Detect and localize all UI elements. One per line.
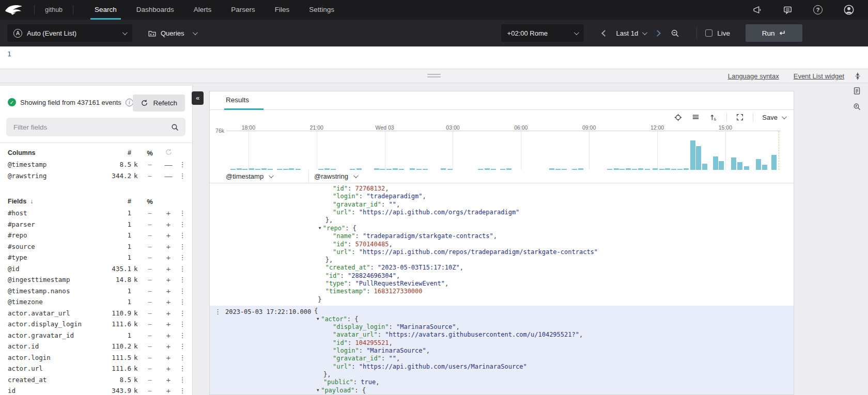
announcements-icon[interactable] xyxy=(752,5,762,15)
collapse-triangle-icon[interactable]: ▼ xyxy=(317,315,321,323)
add-field-button[interactable]: + xyxy=(159,209,178,217)
collapse-sidebar-button[interactable]: « xyxy=(192,91,204,105)
add-field-button[interactable]: + xyxy=(159,320,178,328)
field-menu-icon[interactable]: ⋮ xyxy=(178,254,187,261)
add-field-button[interactable]: + xyxy=(159,375,178,384)
field-row[interactable]: #type1–+⋮ xyxy=(0,252,192,263)
nav-item-settings[interactable]: Settings xyxy=(309,0,334,20)
workspace-selector[interactable]: github xyxy=(40,6,68,13)
sort-order-icon[interactable] xyxy=(709,113,718,122)
collapse-triangle-icon[interactable]: ▼ xyxy=(319,224,323,232)
field-menu-icon[interactable]: ⋮ xyxy=(178,265,187,273)
field-row[interactable]: #host1–+⋮ xyxy=(0,208,192,219)
time-prev-button[interactable] xyxy=(601,30,608,37)
field-menu-icon[interactable]: ⋮ xyxy=(178,220,187,228)
field-menu-icon[interactable]: ⋮ xyxy=(178,209,187,217)
add-field-button[interactable]: + xyxy=(159,353,178,362)
refetch-button[interactable]: Refetch xyxy=(133,94,185,112)
language-syntax-link[interactable]: Language syntax xyxy=(728,72,779,80)
field-menu-icon[interactable]: ⋮ xyxy=(178,320,187,328)
collapse-triangle-icon[interactable]: ▼ xyxy=(317,386,321,394)
add-field-button[interactable]: + xyxy=(159,297,178,306)
event-list-widget-link[interactable]: Event List widget xyxy=(794,72,844,80)
sort-descending-icon[interactable]: ↓ xyxy=(30,198,33,205)
nav-item-search[interactable]: Search xyxy=(95,0,117,20)
event-row[interactable]: "id": 72768132,"login": "tradeparadigm",… xyxy=(210,183,794,306)
help-icon[interactable]: ? xyxy=(813,5,823,14)
field-menu-icon[interactable]: ⋮ xyxy=(178,331,187,339)
view-mode-selector[interactable]: A Auto (Event List) xyxy=(7,24,132,42)
remove-column-glyph[interactable]: — xyxy=(159,160,178,169)
histogram-plot[interactable] xyxy=(226,131,780,170)
field-row[interactable]: actor.id110.2k–+⋮ xyxy=(0,341,192,352)
event-row[interactable]: ⋮2023-05-03 17:22:10.000{▼"actor": {"dis… xyxy=(210,306,794,395)
field-row[interactable]: actor.url111.6k–+⋮ xyxy=(0,363,192,374)
run-button[interactable]: Run ↵ xyxy=(746,24,802,42)
tab-results[interactable]: Results xyxy=(226,96,249,104)
field-menu-icon[interactable]: ⋮ xyxy=(178,231,187,239)
resize-handle[interactable] xyxy=(427,74,441,79)
field-menu-icon[interactable]: ⋮ xyxy=(178,161,187,168)
add-field-button[interactable]: + xyxy=(159,287,178,295)
event-inspector-icon[interactable] xyxy=(853,102,861,111)
field-menu-icon[interactable]: ⋮ xyxy=(178,298,187,306)
fullscreen-icon[interactable] xyxy=(736,113,744,121)
field-row[interactable]: @timestamp.nanos1–+⋮ xyxy=(0,286,192,297)
field-row[interactable]: @rawstring344.2k–—⋮ xyxy=(0,170,192,182)
crowdstrike-falcon-logo[interactable] xyxy=(4,4,24,16)
add-field-button[interactable]: + xyxy=(159,253,178,262)
field-menu-icon[interactable]: ⋮ xyxy=(178,243,187,250)
field-row[interactable]: @timezone1–+⋮ xyxy=(0,296,192,308)
add-field-button[interactable]: + xyxy=(159,331,178,340)
add-field-button[interactable]: + xyxy=(159,242,178,251)
field-menu-icon[interactable]: ⋮ xyxy=(178,287,187,295)
column-header-timestamp[interactable]: @timestamp xyxy=(210,170,309,183)
live-toggle[interactable]: Live xyxy=(705,29,730,37)
add-field-button[interactable]: + xyxy=(159,220,178,229)
target-crosshair-icon[interactable] xyxy=(674,113,683,122)
nav-item-dashboards[interactable]: Dashboards xyxy=(136,0,174,20)
field-row[interactable]: created_at8.5k–+⋮ xyxy=(0,374,192,386)
nav-item-files[interactable]: Files xyxy=(275,0,290,20)
field-menu-icon[interactable]: ⋮ xyxy=(178,276,187,283)
filter-fields-input[interactable] xyxy=(12,123,171,132)
add-field-button[interactable]: + xyxy=(159,264,178,273)
live-checkbox[interactable] xyxy=(705,29,712,37)
add-field-button[interactable]: + xyxy=(159,386,178,395)
event-notes-icon[interactable] xyxy=(853,86,861,96)
timezone-selector[interactable]: +02:00 Rome xyxy=(501,24,584,42)
field-row[interactable]: actor.login111.5k–+⋮ xyxy=(0,352,192,364)
field-row[interactable]: @id435.1k–+⋮ xyxy=(0,263,192,275)
field-menu-icon[interactable]: ⋮ xyxy=(178,387,187,394)
field-menu-icon[interactable]: ⋮ xyxy=(178,172,187,180)
time-next-button[interactable] xyxy=(654,30,661,37)
nav-item-parsers[interactable]: Parsers xyxy=(231,0,255,20)
field-row[interactable]: actor.gravatar_id1–+⋮ xyxy=(0,330,192,341)
info-icon[interactable]: i xyxy=(126,99,133,106)
field-row[interactable]: actor.display_login111.6k–+⋮ xyxy=(0,319,192,330)
column-header-rawstring[interactable]: @rawstring xyxy=(309,170,357,183)
add-field-button[interactable]: + xyxy=(159,364,178,373)
feedback-icon[interactable] xyxy=(783,5,793,15)
add-field-button[interactable]: + xyxy=(159,231,178,240)
zoom-out-time-icon[interactable] xyxy=(670,28,680,38)
field-row[interactable]: actor.avatar_url110.9k–+⋮ xyxy=(0,308,192,319)
event-menu-icon[interactable]: ⋮ xyxy=(214,308,221,315)
field-menu-icon[interactable]: ⋮ xyxy=(178,365,187,372)
profile-avatar-icon[interactable] xyxy=(843,4,855,15)
field-row[interactable]: id343.9k–+⋮ xyxy=(0,385,192,395)
field-menu-icon[interactable]: ⋮ xyxy=(178,342,187,350)
save-button[interactable]: Save xyxy=(762,114,785,121)
field-row[interactable]: #source1–+⋮ xyxy=(0,241,192,252)
field-row[interactable]: @ingesttimestamp14.8k–+⋮ xyxy=(0,274,192,286)
refresh-columns-icon[interactable] xyxy=(159,148,178,157)
add-field-button[interactable]: + xyxy=(159,342,178,351)
row-density-icon[interactable] xyxy=(691,113,700,122)
add-field-button[interactable]: + xyxy=(159,275,178,284)
remove-column-glyph[interactable]: — xyxy=(159,171,178,180)
add-field-button[interactable]: + xyxy=(159,309,178,318)
field-row[interactable]: @timestamp8.5k–—⋮ xyxy=(0,159,192,170)
query-editor[interactable]: 1 xyxy=(0,46,868,69)
field-menu-icon[interactable]: ⋮ xyxy=(178,376,187,384)
collapse-editor-icon[interactable] xyxy=(854,72,862,81)
